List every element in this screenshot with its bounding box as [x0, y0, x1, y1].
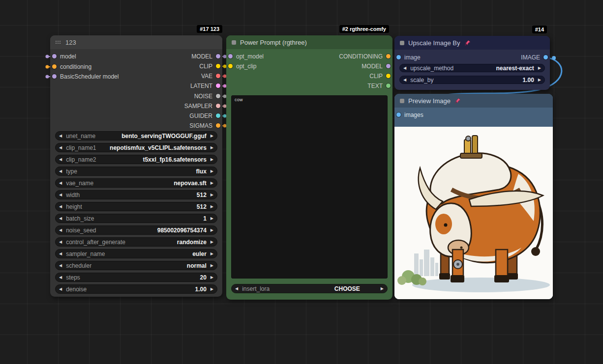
output-dot[interactable]: [216, 54, 220, 58]
arrow-left-icon[interactable]: ◀: [59, 169, 62, 173]
output-dot[interactable]: [216, 123, 220, 128]
widget-clip_name2[interactable]: ◀ clip_name2 t5xxl_fp16.safetensors ▶: [55, 155, 217, 164]
node-title-bar[interactable]: Preview Image: [394, 94, 553, 108]
output-dot[interactable]: [216, 113, 220, 118]
arrow-left-icon[interactable]: ◀: [59, 264, 62, 268]
arrow-left-icon[interactable]: ◀: [403, 78, 406, 82]
output-dot[interactable]: [216, 104, 220, 108]
output-slot-noise: NOISE: [50, 92, 222, 101]
node-title-bar[interactable]: Power Prompt (rgthree): [226, 35, 392, 49]
slot-label: CONDITIONING: [339, 53, 383, 60]
arrow-right-icon[interactable]: ▶: [211, 146, 213, 150]
link-dot[interactable]: [46, 65, 49, 69]
arrow-left-icon[interactable]: ◀: [59, 217, 62, 221]
widget-unet_name[interactable]: ◀ unet_name bento_servingTWOGGUF.gguf ▶: [55, 131, 217, 140]
output-dot[interactable]: [216, 74, 220, 78]
output-dot[interactable]: [386, 54, 391, 58]
pin-icon[interactable]: [464, 40, 471, 46]
arrow-right-icon[interactable]: ▶: [211, 252, 213, 256]
output-dot[interactable]: [386, 74, 391, 78]
widget-value: 512: [197, 192, 207, 198]
widget-value: 20: [200, 274, 206, 281]
widget-vae_name[interactable]: ◀ vae_name nepovae.sft ▶: [55, 178, 217, 188]
node-123[interactable]: #17 123 123 model conditioning BasicSche…: [50, 35, 222, 297]
output-dot[interactable]: [386, 64, 391, 68]
arrow-right-icon[interactable]: ▶: [538, 78, 541, 82]
node-title-bar[interactable]: Upscale Image By: [394, 36, 550, 50]
arrow-right-icon[interactable]: ▶: [211, 217, 213, 221]
collapse-square-icon[interactable]: [400, 99, 404, 103]
widget-height[interactable]: ◀ height 512 ▶: [55, 202, 217, 211]
link-dot[interactable]: [46, 75, 49, 79]
widget-type[interactable]: ◀ type flux ▶: [55, 167, 217, 176]
arrow-left-icon[interactable]: ◀: [59, 205, 62, 209]
widget-control_after_generate[interactable]: ◀ control_after_generate randomize ▶: [55, 237, 217, 247]
arrow-right-icon[interactable]: ▶: [538, 66, 541, 70]
arrow-left-icon[interactable]: ◀: [59, 134, 62, 138]
slot-label: VAE: [201, 73, 212, 80]
pin-icon[interactable]: [454, 98, 461, 104]
arrow-right-icon[interactable]: ▶: [211, 205, 213, 209]
arrow-right-icon[interactable]: ▶: [211, 228, 213, 232]
output-slot-conditioning: CONDITIONING: [226, 52, 392, 61]
widget-scheduler[interactable]: ◀ scheduler normal ▶: [55, 261, 217, 270]
arrow-left-icon[interactable]: ◀: [59, 287, 62, 291]
node-upscale-image-by[interactable]: #14 Upscale Image By image IMAGE ◀ upsca…: [394, 36, 550, 90]
arrow-left-icon[interactable]: ◀: [59, 146, 62, 150]
arrow-left-icon[interactable]: ◀: [59, 228, 62, 232]
arrow-left-icon[interactable]: ◀: [59, 193, 62, 197]
prompt-textarea[interactable]: cow: [231, 95, 388, 279]
arrow-left-icon[interactable]: ◀: [59, 158, 62, 162]
arrow-right-icon[interactable]: ▶: [211, 169, 213, 173]
output-dot[interactable]: [216, 94, 220, 98]
widget-denoise[interactable]: ◀ denoise 1.00 ▶: [55, 284, 217, 294]
widget-steps[interactable]: ◀ steps 20 ▶: [55, 273, 217, 282]
output-dot[interactable]: [543, 55, 548, 59]
input-dot[interactable]: [396, 112, 401, 117]
node-title-bar[interactable]: 123: [50, 35, 222, 49]
widget-label: vae_name: [66, 180, 93, 187]
arrow-right-icon[interactable]: ▶: [211, 158, 213, 162]
arrow-right-icon[interactable]: ▶: [211, 240, 213, 244]
node-preview-image[interactable]: Preview Image images: [394, 94, 553, 299]
link-dot[interactable]: [46, 55, 49, 58]
widget-clip_name1[interactable]: ◀ clip_name1 nepotismfux_v5CLIPL.safeten…: [55, 143, 217, 152]
arrow-right-icon[interactable]: ▶: [381, 287, 384, 291]
widget-label: clip_name1: [66, 144, 96, 151]
arrow-right-icon[interactable]: ▶: [211, 287, 213, 291]
widget-label: sampler_name: [66, 251, 105, 257]
widget-upscale_method[interactable]: ◀ upscale_method nearest-exact ▶: [399, 64, 545, 72]
arrow-left-icon[interactable]: ◀: [235, 287, 238, 291]
widget-scale_by[interactable]: ◀ scale_by 1.00 ▶: [399, 76, 545, 84]
arrow-left-icon[interactable]: ◀: [59, 240, 62, 244]
widget-insert_lora[interactable]: ◀ insert_lora CHOOSE ▶: [231, 284, 388, 293]
output-dot[interactable]: [386, 84, 391, 88]
arrow-left-icon[interactable]: ◀: [59, 252, 62, 256]
arrow-right-icon[interactable]: ▶: [211, 193, 213, 197]
collapse-square-icon[interactable]: [232, 40, 236, 45]
widget-value: CHOOSE: [334, 285, 360, 292]
widget-width[interactable]: ◀ width 512 ▶: [55, 190, 217, 199]
output-dot[interactable]: [216, 64, 220, 68]
arrow-left-icon[interactable]: ◀: [59, 276, 62, 280]
slot-label: IMAGE: [521, 54, 540, 61]
drag-dots-icon: [56, 40, 61, 44]
widget-label: scheduler: [66, 262, 91, 269]
node-graph-canvas[interactable]: #17 123 123 model conditioning BasicSche…: [0, 0, 603, 364]
arrow-left-icon[interactable]: ◀: [59, 181, 62, 185]
link-dot[interactable]: [552, 56, 556, 60]
node-power-prompt[interactable]: #2 rgthree-comfy Power Prompt (rgthree) …: [226, 35, 392, 300]
arrow-right-icon[interactable]: ▶: [211, 134, 213, 138]
widget-value: randomize: [177, 239, 207, 246]
widget-batch_size[interactable]: ◀ batch_size 1 ▶: [55, 214, 217, 223]
widget-label: batch_size: [66, 215, 94, 222]
node-badge: #14: [532, 26, 547, 33]
arrow-right-icon[interactable]: ▶: [211, 276, 213, 280]
arrow-right-icon[interactable]: ▶: [211, 181, 213, 185]
widget-noise_seed[interactable]: ◀ noise_seed 985002096754374 ▶: [55, 225, 217, 235]
arrow-left-icon[interactable]: ◀: [403, 66, 406, 70]
collapse-square-icon[interactable]: [400, 41, 404, 45]
widget-sampler_name[interactable]: ◀ sampler_name euler ▶: [55, 249, 217, 258]
output-dot[interactable]: [216, 84, 220, 88]
arrow-right-icon[interactable]: ▶: [211, 264, 213, 268]
